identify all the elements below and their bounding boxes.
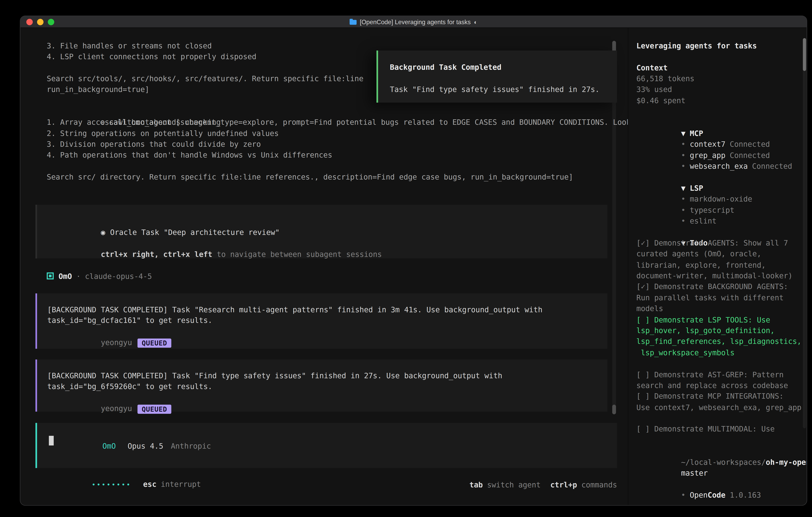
oracle-task-title-row: ◉Oracle Task "Deep architecture review" [37, 216, 607, 227]
opencode-name: Open [690, 491, 707, 499]
input-agent-name: OmO [103, 442, 116, 451]
tool-call-line: ⚙call_omo_agent[subagent_type=explore, p… [47, 106, 648, 117]
queued-badge: QUEUED [138, 338, 171, 348]
context-used: 33% used [636, 84, 804, 95]
window-titlebar[interactable]: [OpenCode] Leveraging agents for tasks ◐ [20, 16, 807, 28]
close-window-button[interactable] [26, 19, 33, 25]
mcp-section-heading[interactable]: ▼MCP [636, 117, 804, 128]
window-title: [OpenCode] Leveraging agents for tasks ◐ [20, 16, 807, 27]
todo-item-line: [ ] Demonstrate AST-GREP: Pattern [636, 369, 804, 380]
context-tokens: 66,518 tokens [636, 73, 804, 84]
background-task-notification[interactable]: Background Task Completed Task "Find typ… [376, 51, 617, 103]
scrollbar-thumb[interactable] [612, 405, 616, 414]
message-author: yeongyu [101, 338, 132, 347]
scrollbar-thumb[interactable] [803, 38, 806, 71]
workspace-path: ~/local-workspaces/oh-my-opencode: [636, 446, 804, 457]
todo-item-line: Use context7, websearch_exa, grep_app [636, 402, 804, 413]
mcp-status: Connected [730, 140, 770, 148]
desktop: [OpenCode] Leveraging agents for tasks ◐… [0, 0, 812, 517]
context-spent: $0.46 spent [636, 95, 804, 106]
message-author: yeongyu [101, 404, 132, 413]
background-task-message: [BACKGROUND TASK COMPLETED] Task "Find t… [35, 359, 607, 412]
agent-name: OmO [59, 272, 72, 280]
todo-item-line: search and replace across codebase [636, 380, 804, 391]
mcp-name: grep_app [690, 151, 725, 160]
lsp-name: typescript [690, 206, 734, 214]
status-bar-left: ••••••••escinterrupt [38, 468, 201, 501]
mcp-heading-label: MCP [690, 129, 703, 138]
notification-body: Task "Find type safety issues" finished … [378, 84, 617, 95]
esc-key-label: interrupt [161, 480, 201, 489]
folder-icon [350, 20, 357, 25]
blank-line [636, 358, 804, 369]
todo-item-line: [✓] Demonstrate BACKGROUND AGENTS: [636, 281, 804, 292]
zoom-window-button[interactable] [48, 19, 54, 25]
message-line: [BACKGROUND TASK COMPLETED] Task "Find t… [37, 370, 607, 381]
terminal-window: [OpenCode] Leveraging agents for tasks ◐… [20, 16, 807, 506]
bullet-icon: • [681, 491, 685, 499]
blank-line [636, 106, 804, 117]
notification-title: Background Task Completed [378, 62, 617, 73]
status-bar-right: tabswitch agentctrl+pcommands [416, 468, 617, 501]
scrollback-line: run_in_background=true] [47, 84, 364, 95]
oracle-hint-row: ctrl+x right, ctrl+x left to navigate be… [37, 238, 607, 249]
workspace-repo: oh-my-opencode: [766, 458, 807, 466]
prompt-input[interactable]: OmOOpus 4.5Anthropic [35, 423, 617, 468]
status-bar: ••••••••escinterrupt tabswitch agentctrl… [38, 479, 617, 490]
todo-item-line: lsp_find_references, lsp_diagnostics, [636, 336, 804, 347]
blank-line [636, 413, 804, 424]
bullet-icon: • [681, 151, 685, 160]
lsp-name: markdown-oxide [690, 195, 752, 203]
todo-item-line: curated agents (OmO, oracle, [636, 248, 804, 259]
hint-keys: ctrl+x right, ctrl+x left [101, 250, 212, 258]
tab-key-hint: tab [469, 480, 483, 489]
scrollback-block: 3. File handles or streams not closed 4.… [47, 40, 364, 95]
chat-area: 3. File handles or streams not closed 4.… [20, 28, 628, 506]
mcp-name: websearch_exa [690, 162, 748, 170]
input-provider: Anthropic [171, 442, 211, 451]
mcp-status: Connected [752, 162, 792, 170]
input-model: Opus 4.5 [128, 442, 164, 451]
bullet-icon: • [681, 206, 685, 214]
tool-call-list-item: 4. Path operations that don't handle Win… [47, 149, 648, 161]
oracle-task-card: ◉Oracle Task "Deep architecture review" … [35, 205, 607, 258]
todo-item-line: [ ] Demonstrate MCP INTEGRATIONS: [636, 391, 804, 402]
tool-call-list-item: 2. String operations on potentially unde… [47, 128, 648, 139]
input-footer: OmOOpus 4.5Anthropic [49, 430, 211, 463]
tool-call-tail: Search src/ directory. Return specific f… [47, 171, 648, 183]
message-line: [BACKGROUND TASK COMPLETED] Task "Resear… [37, 304, 607, 315]
message-meta-row: yeongyuQUEUED [37, 392, 607, 403]
workspace-path-prefix: ~/local-workspaces/ [681, 458, 766, 466]
minimize-window-button[interactable] [37, 19, 44, 25]
todo-item-line: [✓] Demonstrate AGENTS: Show all 7 [636, 238, 804, 248]
todo-item-line: lsp_workspace_symbols [636, 347, 804, 358]
message-meta-row: yeongyuQUEUED [37, 326, 607, 337]
blank-line [636, 435, 804, 446]
context-heading: Context [636, 62, 804, 73]
workspace-branch: master [681, 469, 708, 477]
esc-key-hint: esc [143, 480, 156, 489]
mcp-name: context7 [690, 140, 725, 148]
queued-badge: QUEUED [138, 404, 171, 414]
todo-item-line: [ ] Demonstrate LSP TOOLS: Use [636, 314, 804, 325]
traffic-lights [20, 19, 54, 25]
tool-call-list-item: 3. Division operations that could divide… [47, 139, 648, 149]
message-line: task_id="bg_6f59260c" to get results. [37, 381, 607, 392]
session-title: Leveraging agents for tasks [636, 40, 804, 51]
todo-item-line: document-writer, multimodal-looker) [636, 270, 804, 281]
opencode-version: 1.0.163 [730, 491, 761, 499]
bullet-icon: • [681, 162, 685, 170]
collapse-triangle-icon: ▼ [681, 184, 685, 192]
scrollback-line: 3. File handles or streams not closed [47, 40, 364, 51]
lsp-name: eslint [690, 217, 717, 225]
activity-dots: •••••••• [92, 481, 131, 489]
todo-item-line: Run parallel tasks with different [636, 292, 804, 303]
agent-icon [47, 273, 54, 280]
oracle-icon: ◉ [101, 228, 105, 237]
scrollback-line: 4. LSP client connections not properly d… [47, 51, 364, 62]
bullet-icon: • [681, 217, 685, 225]
sidebar-scrollbar[interactable] [803, 38, 806, 428]
bullet-icon: • [681, 195, 685, 203]
todo-item-line: lsp_hover, lsp_goto_definition, [636, 325, 804, 336]
separator-dot: · [76, 272, 81, 280]
